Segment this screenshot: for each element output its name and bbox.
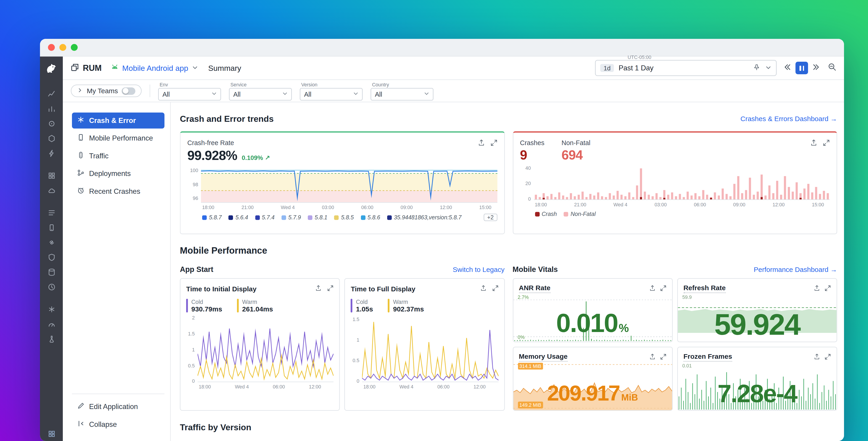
export-icon[interactable] [480,283,486,294]
anr-rate-title[interactable]: ANR Rate [519,284,550,293]
legend-item[interactable]: 5.7.9 [281,214,301,221]
section-title-traffic-by-version: Traffic by Version [180,422,837,432]
cold-start-stat[interactable]: Cold1.05s [351,299,373,313]
mobile-vitals-title: Mobile Vitals [513,265,558,274]
minimize-window-button[interactable] [59,44,66,51]
time-to-full-display-card: Time to Full Display [344,278,504,411]
crash-free-rate-chart[interactable] [201,166,497,203]
performance-dashboard-link[interactable]: Performance Dashboard → [754,265,837,273]
service-filter-select[interactable]: All [229,88,292,100]
apm-icon[interactable] [40,146,63,160]
export-icon[interactable] [649,352,656,362]
legend-item[interactable]: 5.8.1 [308,214,328,221]
sidenav-item-mobile-performance[interactable]: Mobile Performance [72,130,164,146]
expand-icon[interactable] [825,352,831,362]
crashes-errors-dashboard-link[interactable]: Crashes & Errors Dashboard → [740,115,837,122]
my-teams-label: My Teams [87,87,118,95]
export-icon[interactable] [649,283,656,294]
skip-forward-icon[interactable] [813,63,820,73]
zoom-out-icon[interactable] [828,63,836,73]
ttfd-y-axis: 1.5 1 0.5 0 [351,316,362,382]
expand-icon[interactable] [660,352,666,362]
time-range-control[interactable]: UTC-05:00 1d Past 1 Day [595,60,777,76]
anr-rate-card: ANR Rate 2.7% 0% [513,278,673,342]
chevron-down-icon[interactable] [765,63,772,73]
legend-item[interactable]: 5.6.4 [229,214,248,221]
app-selector-label: Mobile Android app [122,64,188,72]
export-icon[interactable] [315,283,322,294]
traffic-light-icon [77,151,85,160]
sidenav-item-crash-error[interactable]: Crash & Error [72,113,164,129]
country-filter-select[interactable]: All [371,88,434,100]
error-tracking-icon[interactable] [40,302,63,317]
database-icon[interactable] [40,265,63,280]
skip-back-icon[interactable] [783,63,791,73]
pause-live-button[interactable] [796,62,808,74]
logs-icon[interactable] [40,205,63,220]
expand-icon[interactable] [490,138,497,149]
my-teams-toggle[interactable] [122,87,136,95]
app-window: RUM Mobile Android app Summary UTC-05:00… [40,39,844,441]
pin-icon[interactable] [753,63,760,73]
expand-icon[interactable] [327,283,334,294]
close-window-button[interactable] [48,44,55,51]
refresh-rate-value: 59.924 [678,307,837,342]
export-icon[interactable] [814,283,820,294]
warm-start-stat[interactable]: Warm902.37ms [388,299,424,313]
legend-item[interactable]: 5.8.7 [202,214,222,221]
time-range-badge[interactable]: 1d [600,64,614,72]
labs-icon[interactable] [40,331,63,346]
security-icon[interactable] [40,250,63,265]
synthetics-icon[interactable] [40,280,63,294]
service-management-icon[interactable] [40,168,63,183]
switch-to-legacy-link[interactable]: Switch to Legacy [453,265,504,273]
legend-item[interactable]: 5.8.5 [334,214,354,221]
warm-start-stat[interactable]: Warm261.04ms [237,299,273,313]
expand-icon[interactable] [825,283,831,294]
dashboards-icon[interactable] [40,101,63,116]
profiling-icon[interactable] [40,317,63,331]
legend-more-badge[interactable]: +2 [484,214,497,221]
refresh-rate-title[interactable]: Refresh Rate [683,284,726,293]
app-selector[interactable]: Mobile Android app [111,63,198,73]
legend-item[interactable]: 5.8.6 [361,214,380,221]
version-filter-select[interactable]: All [300,88,363,100]
export-icon[interactable] [810,138,817,149]
sidenav-item-traffic[interactable]: Traffic [72,148,164,164]
metrics-icon[interactable] [40,86,63,101]
edit-application-button[interactable]: Edit Application [72,399,164,415]
env-filter-select[interactable]: All [158,88,221,100]
cloud-icon[interactable] [40,183,63,198]
legend-item[interactable]: Crash [535,211,557,217]
ttid-chart[interactable] [197,316,334,382]
legend-item[interactable]: Non-Fatal [564,211,596,217]
memory-usage-title[interactable]: Memory Usage [519,353,567,362]
zoom-window-button[interactable] [71,44,78,51]
rum-rail-icon[interactable] [40,220,63,235]
infrastructure-icon[interactable] [40,131,63,146]
time-range-label[interactable]: Past 1 Day [619,64,653,72]
frozen-max-label: 0.01 [682,363,692,369]
ttid-x-axis: 18:00Wed 406:0012:00 [186,382,334,390]
watchdog-icon[interactable] [40,116,63,131]
cold-start-stat[interactable]: Cold930.79ms [186,299,222,313]
datadog-logo-icon[interactable] [45,62,58,77]
collapse-sidenav-button[interactable]: Collapse [72,416,164,433]
page-body: Crash & Error Mobile Performance Traffic [63,102,844,441]
legend-item[interactable]: 35.94481863,version:5.8.7 [387,214,461,221]
ci-pipelines-icon[interactable] [40,235,63,250]
crashes-bar-chart[interactable] [534,166,830,200]
export-icon[interactable] [477,138,485,149]
org-settings-icon[interactable] [40,426,63,441]
frozen-frames-title[interactable]: Frozen Frames [683,353,732,362]
sidenav-item-recent-crashes[interactable]: Recent Crashes [72,183,164,200]
my-teams-filter[interactable]: My Teams [71,85,142,97]
expand-icon[interactable] [492,283,498,294]
sidenav-item-deployments[interactable]: Deployments [72,166,164,182]
legend-item[interactable]: 5.7.4 [255,214,275,221]
collapse-icon [77,420,85,429]
ttfd-chart[interactable] [362,316,498,382]
expand-icon[interactable] [823,138,830,149]
export-icon[interactable] [814,352,820,362]
expand-icon[interactable] [660,283,666,294]
